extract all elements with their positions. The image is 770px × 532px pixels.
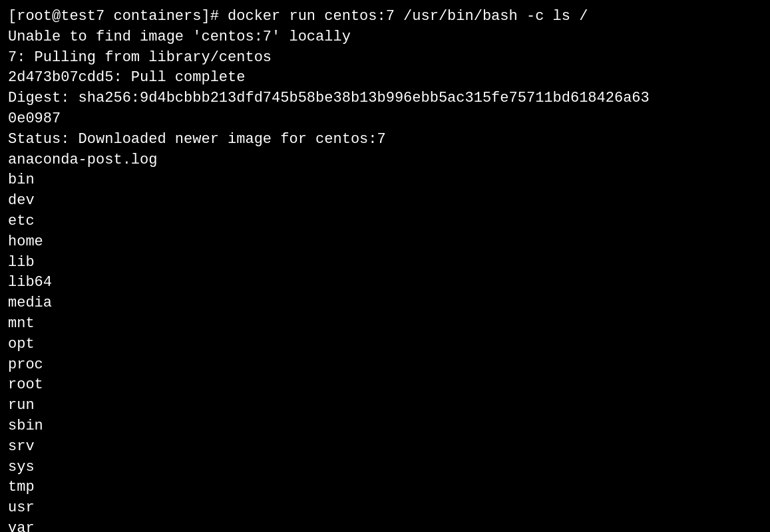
- terminal-line: bin: [8, 170, 762, 191]
- terminal-line: home: [8, 232, 762, 253]
- terminal-line: srv: [8, 437, 762, 458]
- terminal-line: Unable to find image 'centos:7' locally: [8, 27, 762, 48]
- terminal-line: 7: Pulling from library/centos: [8, 48, 762, 68]
- terminal-line: var: [8, 519, 762, 532]
- terminal-line: lib64: [8, 273, 762, 293]
- terminal-line: proc: [8, 355, 762, 376]
- terminal-line: sys: [8, 458, 762, 478]
- terminal-line: lib: [8, 253, 762, 273]
- terminal-line: 0e0987: [8, 109, 762, 130]
- terminal-line: media: [8, 293, 762, 314]
- terminal-line: [root@test7 containers]# docker run cent…: [8, 7, 762, 27]
- terminal-line: tmp: [8, 477, 762, 498]
- terminal-line: anaconda-post.log: [8, 150, 762, 171]
- terminal-line: mnt: [8, 314, 762, 334]
- terminal-line: dev: [8, 191, 762, 211]
- terminal-line: opt: [8, 334, 762, 355]
- terminal-line: root: [8, 375, 762, 396]
- terminal-line: Status: Downloaded newer image for cento…: [8, 130, 762, 150]
- terminal-line: etc: [8, 211, 762, 232]
- terminal-line: 2d473b07cdd5: Pull complete: [8, 68, 762, 88]
- terminal-line: sbin: [8, 416, 762, 437]
- terminal-line: usr: [8, 498, 762, 519]
- terminal-window[interactable]: [root@test7 containers]# docker run cent…: [0, 0, 770, 532]
- terminal-line: Digest: sha256:9d4bcbbb213dfd745b58be38b…: [8, 88, 762, 109]
- terminal-line: run: [8, 396, 762, 416]
